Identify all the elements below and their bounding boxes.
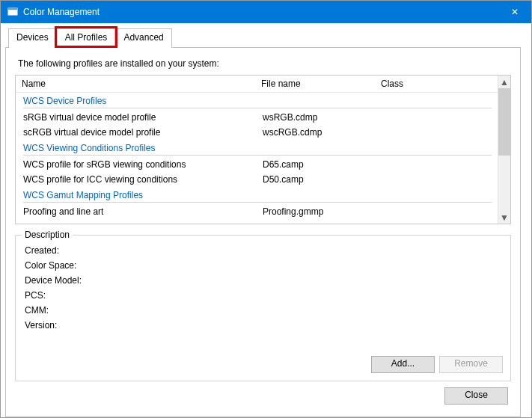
app-icon <box>7 6 19 18</box>
scroll-down-button[interactable]: ▼ <box>498 211 510 224</box>
close-button[interactable]: Close <box>444 387 508 405</box>
group-header[interactable]: WCS Viewing Conditions Profiles <box>16 140 498 155</box>
tab-strip: Devices All Profiles Advanced <box>8 28 521 47</box>
add-button[interactable]: Add... <box>371 356 435 373</box>
list-item[interactable]: scRGB virtual device model profile wscRG… <box>16 125 498 140</box>
desc-devicemodel: Device Model: <box>23 273 503 288</box>
scroll-up-button[interactable]: ▲ <box>498 76 510 88</box>
remove-button: Remove <box>439 356 503 373</box>
list-item[interactable]: WCS profile for sRGB viewing conditions … <box>16 157 498 172</box>
chevron-up-icon: ▲ <box>500 77 509 87</box>
list-item[interactable]: sRGB virtual device model profile wsRGB.… <box>16 110 498 125</box>
list-item[interactable]: Proofing and line art Proofing.gmmp <box>16 204 498 219</box>
close-icon: ✕ <box>511 7 519 17</box>
description-button-row: Add... Remove <box>23 350 503 373</box>
listview-header: Name File name Class <box>16 76 498 93</box>
window-close-button[interactable]: ✕ <box>498 1 531 23</box>
scroll-track[interactable] <box>498 156 510 211</box>
desc-pcs: PCS: <box>23 288 503 303</box>
svg-rect-1 <box>8 8 17 10</box>
group-divider <box>23 155 492 156</box>
group-divider <box>23 202 492 203</box>
desc-created: Created: <box>23 243 503 258</box>
tab-devices[interactable]: Devices <box>8 28 57 48</box>
profiles-listview[interactable]: Name File name Class WCS Device Profiles… <box>15 75 511 224</box>
group-divider <box>23 108 492 108</box>
list-item[interactable]: WCS profile for ICC viewing conditions D… <box>16 172 498 187</box>
description-legend: Description <box>22 230 73 240</box>
window-title: Color Management <box>23 7 100 17</box>
scroll-thumb[interactable] <box>498 88 511 156</box>
tab-panel-all-profiles: The following profiles are installed on … <box>5 47 521 417</box>
desc-colorspace: Color Space: <box>23 258 503 273</box>
dialog-footer: Close <box>15 381 511 411</box>
tab-advanced[interactable]: Advanced <box>115 28 171 48</box>
column-header-name[interactable]: Name <box>16 76 255 92</box>
titlebar: Color Management ✕ <box>1 1 531 23</box>
group-header[interactable]: WCS Device Profiles <box>16 93 498 108</box>
description-groupbox: Description Created: Color Space: Device… <box>15 235 511 381</box>
desc-cmm: CMM: <box>23 303 503 318</box>
intro-text: The following profiles are installed on … <box>18 58 511 69</box>
vertical-scrollbar[interactable]: ▲ ▼ <box>498 76 510 224</box>
listview-body: WCS Device Profiles sRGB virtual device … <box>16 93 498 219</box>
tab-all-profiles[interactable]: All Profiles <box>57 28 116 48</box>
desc-version: Version: <box>23 318 503 333</box>
column-header-class[interactable]: Class <box>375 76 480 92</box>
chevron-down-icon: ▼ <box>500 212 509 223</box>
group-header[interactable]: WCS Gamut Mapping Profiles <box>16 187 498 202</box>
column-header-file[interactable]: File name <box>255 76 375 92</box>
